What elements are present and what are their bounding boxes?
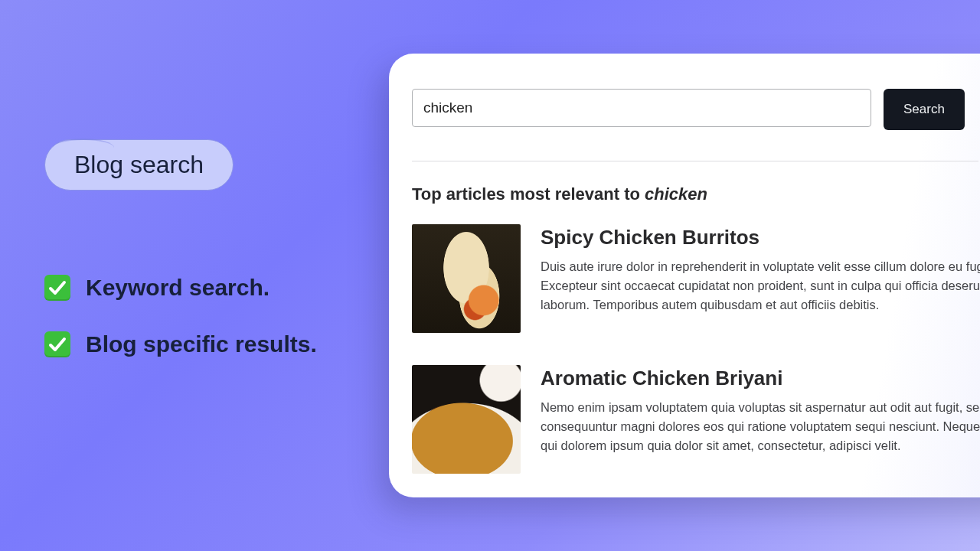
feature-badge-label: Blog search xyxy=(74,151,204,178)
marketing-left-column: Blog search Keyword search. Blog specifi… xyxy=(44,139,366,388)
results-heading: Top articles most relevant to chicken xyxy=(412,184,980,204)
result-item[interactable]: Spicy Chicken BurritosDuis aute irure do… xyxy=(412,224,980,333)
search-button[interactable]: Search xyxy=(884,89,965,130)
result-thumbnail xyxy=(412,365,521,474)
result-title: Spicy Chicken Burritos xyxy=(541,226,980,249)
feature-bullet: Blog specific results. xyxy=(44,331,366,357)
feature-bullet-text: Keyword search. xyxy=(86,275,270,301)
result-description: Nemo enim ipsam voluptatem quia voluptas… xyxy=(541,398,980,455)
search-input[interactable] xyxy=(412,89,871,127)
results-heading-query: chicken xyxy=(645,184,707,204)
search-panel: Search Top articles most relevant to chi… xyxy=(389,54,980,497)
result-item[interactable]: Aromatic Chicken BriyaniNemo enim ipsam … xyxy=(412,365,980,474)
result-thumbnail xyxy=(412,224,521,333)
divider xyxy=(412,161,978,161)
result-description: Duis aute irure dolor in reprehenderit i… xyxy=(541,257,980,314)
check-icon xyxy=(44,275,70,301)
result-title: Aromatic Chicken Briyani xyxy=(541,367,980,390)
feature-bullet: Keyword search. xyxy=(44,275,366,301)
result-body: Aromatic Chicken BriyaniNemo enim ipsam … xyxy=(541,365,980,474)
feature-bullet-text: Blog specific results. xyxy=(86,331,317,357)
results-heading-prefix: Top articles most relevant to xyxy=(412,184,645,204)
result-body: Spicy Chicken BurritosDuis aute irure do… xyxy=(541,224,980,333)
results-list: Spicy Chicken BurritosDuis aute irure do… xyxy=(412,224,980,474)
search-row: Search xyxy=(412,89,980,130)
check-icon xyxy=(44,331,70,357)
feature-badge: Blog search xyxy=(44,139,234,191)
feature-bullets: Keyword search. Blog specific results. xyxy=(44,275,366,357)
